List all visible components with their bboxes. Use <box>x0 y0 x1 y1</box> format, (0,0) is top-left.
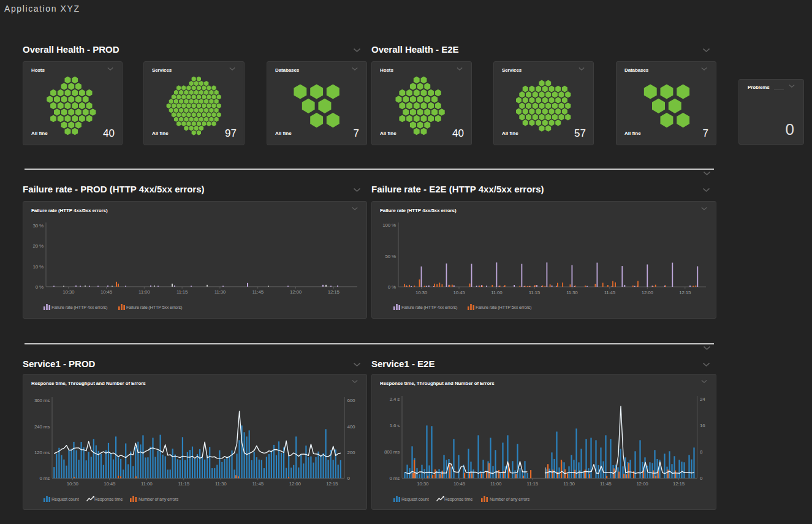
svg-text:0 ms: 0 ms <box>389 476 400 481</box>
svg-text:11:15: 11:15 <box>527 481 539 487</box>
svg-text:11:30: 11:30 <box>563 481 575 487</box>
svg-text:24: 24 <box>700 397 705 402</box>
svg-text:8: 8 <box>700 449 703 455</box>
svg-text:11:45: 11:45 <box>600 481 612 487</box>
svg-text:12:15: 12:15 <box>673 481 685 487</box>
svg-text:12:00: 12:00 <box>636 481 648 487</box>
svg-text:0: 0 <box>700 476 703 481</box>
svg-text:1.6 s: 1.6 s <box>390 423 400 428</box>
svg-text:2.4 s: 2.4 s <box>390 397 400 402</box>
svg-text:800 ms: 800 ms <box>384 449 400 455</box>
svg-text:16: 16 <box>700 423 705 428</box>
svg-text:10:30: 10:30 <box>417 481 429 487</box>
svg-text:10:45: 10:45 <box>453 481 466 487</box>
svg-text:11:00: 11:00 <box>490 481 502 487</box>
